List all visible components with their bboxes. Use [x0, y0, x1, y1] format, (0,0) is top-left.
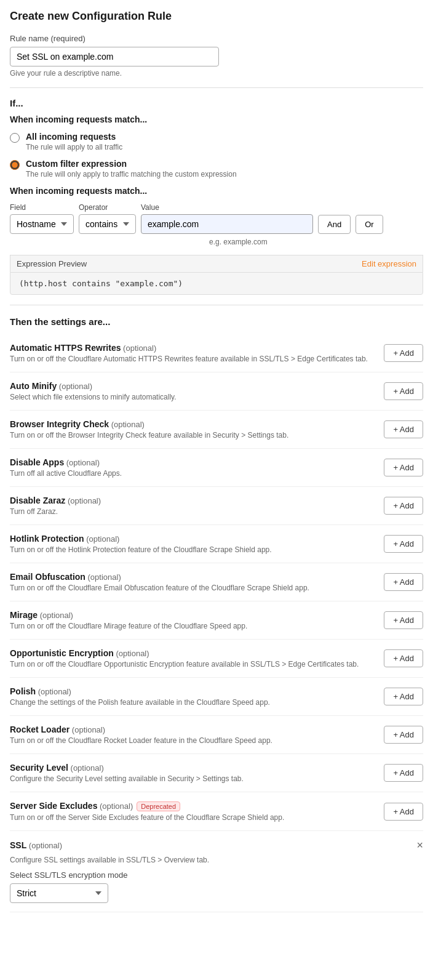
ssl-select[interactable]: Strict Off Flexible Full Full (Strict)	[10, 883, 108, 903]
edit-expression-link[interactable]: Edit expression	[362, 259, 416, 268]
setting-info: Server Side Excludes (optional)Deprecate…	[10, 801, 384, 822]
setting-name: Automatic HTTPS Rewrites (optional)	[10, 343, 156, 353]
add-button[interactable]: + Add	[384, 497, 423, 515]
setting-info: Mirage (optional) Turn on or off the Clo…	[10, 610, 384, 630]
filter-section: When incoming requests match... Field Ho…	[10, 186, 423, 246]
setting-info: Opportunistic Encryption (optional) Turn…	[10, 648, 384, 669]
add-button[interactable]: + Add	[384, 420, 423, 438]
ssl-body: Configure SSL settings available in SSL/…	[10, 856, 423, 903]
deprecated-badge: Deprecated	[137, 801, 180, 811]
field-label: Field	[10, 203, 74, 212]
ssl-name: SSL (optional)	[10, 840, 62, 850]
setting-name: Rocket Loader (optional)	[10, 725, 105, 734]
operator-col: Operator contains	[79, 203, 136, 234]
setting-name: Security Level (optional)	[10, 763, 104, 773]
setting-name: Server Side Excludes (optional)Deprecate…	[10, 801, 180, 811]
setting-row: Email Obfuscation (optional) Turn on or …	[10, 563, 423, 601]
section-divider-1	[10, 87, 423, 88]
settings-title: Then the settings are...	[10, 316, 423, 327]
setting-row: Automatic HTTPS Rewrites (optional) Turn…	[10, 334, 423, 372]
add-button[interactable]: + Add	[384, 611, 423, 629]
add-button[interactable]: + Add	[384, 803, 423, 821]
setting-row: Opportunistic Encryption (optional) Turn…	[10, 640, 423, 678]
filter-label: When incoming requests match...	[10, 186, 423, 196]
setting-name: Hotlink Protection (optional)	[10, 534, 119, 544]
setting-row: Polish (optional) Change the settings of…	[10, 678, 423, 716]
setting-row: Disable Apps (optional) Turn off all act…	[10, 449, 423, 487]
value-col: Value	[141, 203, 313, 234]
rule-name-input[interactable]	[10, 47, 219, 66]
radio-custom-input[interactable]	[10, 160, 20, 170]
if-label: If...	[10, 98, 423, 108]
field-col: Field Hostname	[10, 203, 74, 234]
setting-row: Browser Integrity Check (optional) Turn …	[10, 411, 423, 449]
rule-name-label: Rule name (required)	[10, 34, 423, 43]
add-button[interactable]: + Add	[384, 764, 423, 782]
and-button[interactable]: And	[318, 215, 351, 234]
expression-preview-header: Expression Preview Edit expression	[10, 255, 423, 272]
setting-row: Rocket Loader (optional) Turn on or off …	[10, 716, 423, 754]
setting-desc: Turn on or off the Cloudflare Mirage fea…	[10, 622, 384, 630]
radio-all-desc: The rule will apply to all traffic	[26, 143, 122, 151]
operator-select[interactable]: contains	[79, 214, 136, 234]
setting-desc: Turn on or off the Cloudflare Rocket Loa…	[10, 736, 384, 745]
setting-row: Mirage (optional) Turn on or off the Clo…	[10, 601, 423, 640]
match-label: When incoming requests match...	[10, 114, 423, 124]
expression-code: (http.host contains "example.com")	[10, 272, 423, 295]
setting-row: Hotlink Protection (optional) Turn on or…	[10, 525, 423, 563]
add-button[interactable]: + Add	[384, 535, 423, 553]
add-button[interactable]: + Add	[384, 688, 423, 705]
add-button[interactable]: + Add	[384, 382, 423, 400]
setting-desc: Turn on or off the Cloudflare Email Obfu…	[10, 584, 384, 592]
page-title: Create new Configuration Rule	[10, 10, 423, 23]
setting-desc: Select which file extensions to minify a…	[10, 393, 384, 401]
setting-row: Auto Minify (optional) Select which file…	[10, 372, 423, 411]
value-label: Value	[141, 203, 313, 212]
setting-row: Security Level (optional) Configure the …	[10, 754, 423, 792]
setting-name: Auto Minify (optional)	[10, 381, 92, 391]
add-button[interactable]: + Add	[384, 726, 423, 744]
setting-name: Opportunistic Encryption (optional)	[10, 648, 149, 658]
setting-row: Disable Zaraz (optional) Turn off Zaraz.…	[10, 487, 423, 525]
value-input[interactable]	[141, 214, 313, 234]
setting-desc: Change the settings of the Polish featur…	[10, 698, 384, 707]
setting-name: Disable Apps (optional)	[10, 457, 100, 467]
settings-list: Automatic HTTPS Rewrites (optional) Turn…	[10, 334, 423, 831]
add-button[interactable]: + Add	[384, 649, 423, 667]
setting-desc: Turn on or off the Browser Integrity Che…	[10, 431, 384, 440]
add-button[interactable]: + Add	[384, 573, 423, 591]
radio-custom-desc: The rule will only apply to traffic matc…	[26, 170, 237, 179]
radio-custom[interactable]: Custom filter expression The rule will o…	[10, 159, 423, 179]
radio-all-label: All incoming requests	[26, 132, 122, 142]
radio-group: All incoming requests The rule will appl…	[10, 132, 423, 179]
expression-preview-section: Expression Preview Edit expression (http…	[10, 255, 423, 295]
setting-desc: Turn on or off the Hotlink Protection fe…	[10, 545, 384, 554]
setting-row: Server Side Excludes (optional)Deprecate…	[10, 792, 423, 831]
ssl-expanded-header: SSL (optional) ×	[10, 840, 423, 851]
ssl-sub-label: Select SSL/TLS encryption mode	[10, 870, 423, 880]
setting-info: Rocket Loader (optional) Turn on or off …	[10, 725, 384, 745]
ssl-desc: Configure SSL settings available in SSL/…	[10, 856, 423, 864]
setting-desc: Turn off all active Cloudflare Apps.	[10, 469, 384, 478]
radio-all-input[interactable]	[10, 133, 20, 143]
ssl-close-button[interactable]: ×	[416, 840, 423, 851]
ssl-optional: (optional)	[26, 841, 62, 850]
setting-info: Hotlink Protection (optional) Turn on or…	[10, 534, 384, 554]
setting-info: Automatic HTTPS Rewrites (optional) Turn…	[10, 343, 384, 363]
setting-info: Email Obfuscation (optional) Turn on or …	[10, 572, 384, 592]
or-button[interactable]: Or	[356, 215, 383, 234]
operator-label: Operator	[79, 203, 136, 212]
setting-name: Email Obfuscation (optional)	[10, 572, 121, 582]
setting-desc: Turn off Zaraz.	[10, 507, 384, 516]
expression-preview-label: Expression Preview	[17, 259, 87, 268]
setting-info: Disable Zaraz (optional) Turn off Zaraz.	[10, 496, 384, 516]
add-button[interactable]: + Add	[384, 344, 423, 362]
setting-info: Browser Integrity Check (optional) Turn …	[10, 419, 384, 440]
settings-section: Then the settings are... Automatic HTTPS…	[10, 316, 423, 912]
field-select[interactable]: Hostname	[10, 214, 74, 234]
setting-name: Browser Integrity Check (optional)	[10, 419, 145, 429]
radio-all[interactable]: All incoming requests The rule will appl…	[10, 132, 423, 151]
add-button[interactable]: + Add	[384, 459, 423, 476]
rule-name-hint: Give your rule a descriptive name.	[10, 69, 423, 78]
radio-custom-label: Custom filter expression	[26, 159, 237, 169]
